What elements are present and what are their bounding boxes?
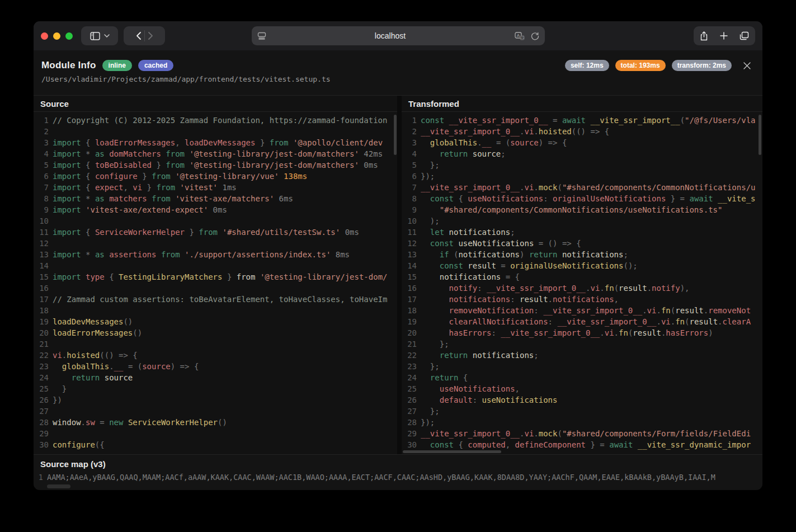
svg-text:文: 文 [520,35,524,39]
code-line: 24 return { [402,372,762,383]
source-code[interactable]: 1// Copyright (C) 2012-2025 Zammad Found… [34,112,397,454]
line-number: 2 [402,126,421,137]
line-number: 24 [402,372,421,383]
close-window-button[interactable] [41,32,48,40]
code-line: 27 }; [402,406,762,417]
line-number: 2 [34,126,53,137]
sourcemap-horizontal-scrollbar[interactable] [47,484,70,488]
line-number: 20 [34,327,53,338]
code-line: 14 [34,260,397,271]
code-line: 3import { loadErrorMessages, loadDevMess… [34,137,397,148]
code-text: import 'vitest-axe/extend-expect' 0ms [53,204,397,215]
code-text: import { expect, vi } from 'vitest' 1ms [53,182,397,193]
code-line: 8import * as matchers from 'vitest-axe/m… [34,193,397,204]
code-line: 27 [34,406,397,417]
address-bar[interactable]: localhost A 文 [252,26,545,45]
line-number: 27 [34,406,53,417]
transformed-vertical-scrollbar[interactable] [759,115,761,155]
minimize-window-button[interactable] [53,32,60,40]
browser-window: localhost A 文 [34,21,762,490]
code-text: }; [421,361,762,372]
code-text [53,428,397,439]
code-line: 13import * as assertions from './support… [34,249,397,260]
code-text: __vite_ssr_import_0__.vi.hoisted(() => { [421,126,762,137]
line-number: 8 [402,193,421,204]
code-text: return source; [421,148,762,159]
code-line: 26 default: useNotifications [402,394,762,406]
code-line: 5 }; [402,159,762,171]
code-line: 29 [34,428,397,439]
back-icon[interactable] [136,32,141,40]
close-icon[interactable] [743,62,751,70]
code-text: }) [53,394,397,406]
module-badges: inlinecached [102,60,174,71]
tabs-icon[interactable] [740,31,749,40]
code-text: loadErrorMessages() [53,327,397,338]
new-tab-icon[interactable] [720,32,728,40]
transformed-horizontal-scrollbar[interactable] [403,450,501,453]
sidebar-icon [90,32,100,40]
line-number: 26 [402,394,421,406]
line-number: 25 [402,383,421,394]
code-text: return { [421,372,762,383]
line-number: 15 [34,271,53,283]
source-vertical-scrollbar[interactable] [394,115,397,155]
line-number: 12 [402,238,421,249]
url-text[interactable]: localhost [266,31,515,40]
code-text: __vite_ssr_import_0__.vi.mock("#shared/c… [421,428,762,439]
panel-divider [397,96,402,454]
page-title: Module Info [41,60,96,71]
code-line: 10 ); [402,215,762,227]
sidebar-toggle-button[interactable] [81,26,118,45]
reader-icon[interactable] [257,32,266,40]
code-line: 9import 'vitest-axe/extend-expect' 0ms [34,204,397,215]
zoom-window-button[interactable] [65,32,73,40]
browser-toolbar: localhost A 文 [34,21,762,50]
line-number: 13 [34,249,53,260]
line-number: 18 [402,305,421,316]
code-line: 2 [34,126,397,137]
code-line: 8 const { useNotifications: originalUseN… [402,193,762,204]
code-line: 30configure({ [34,439,397,450]
code-line: 5import { toBeDisabled } from '@testing-… [34,159,397,171]
line-number: 5 [34,159,53,171]
transformed-code[interactable]: 1const __vite_ssr_import_0__ = await __v… [402,112,762,454]
code-text: }; [421,406,762,417]
line-number: 19 [402,316,421,327]
code-line: 24 return source [34,372,397,383]
code-line: 28}); [402,417,762,428]
line-number: 19 [34,316,53,327]
code-text: useNotifications, [421,383,762,394]
code-text: configure({ [53,439,397,450]
line-number: 11 [402,227,421,238]
sourcemap-section: Source map (v3) 1 AAMA;AAeA,yBAAG,QAAQ,M… [34,454,762,490]
forward-icon[interactable] [148,32,153,40]
code-line: 28window.sw = new ServiceWorkerHelper() [34,417,397,428]
line-number: 29 [402,428,421,439]
line-number: 1 [34,115,53,126]
code-line: 9 "#shared/components/CommonNotification… [402,204,762,215]
code-line: 6}); [402,171,762,182]
line-number: 15 [402,271,421,283]
code-line: 16 notify: __vite_ssr_import_0__.vi.fn(r… [402,283,762,294]
line-number: 20 [402,327,421,338]
window-controls [41,32,73,40]
reload-icon[interactable] [531,32,539,40]
sourcemap-line-number: 1 [34,472,47,482]
code-line: 25 } [34,383,397,394]
code-text: import { loadErrorMessages, loadDevMessa… [53,137,397,148]
module-badge: cached [138,60,173,71]
svg-text:A: A [516,32,520,37]
code-line: 23 globalThis.__ = (source) => { [34,361,397,372]
share-icon[interactable] [700,31,708,41]
code-line: 11import { ServiceWorkerHelper } from '#… [34,227,397,238]
line-number: 22 [402,350,421,361]
line-number: 25 [34,383,53,394]
code-text: }; [421,159,762,171]
translate-icon[interactable]: A 文 [515,32,525,40]
code-text [53,215,397,227]
line-number: 9 [402,204,421,215]
code-line: 20 hasErrors: __vite_ssr_import_0__.vi.f… [402,327,762,338]
line-number: 11 [34,227,53,238]
code-panels: Source 1// Copyright (C) 2012-2025 Zamma… [34,95,762,454]
